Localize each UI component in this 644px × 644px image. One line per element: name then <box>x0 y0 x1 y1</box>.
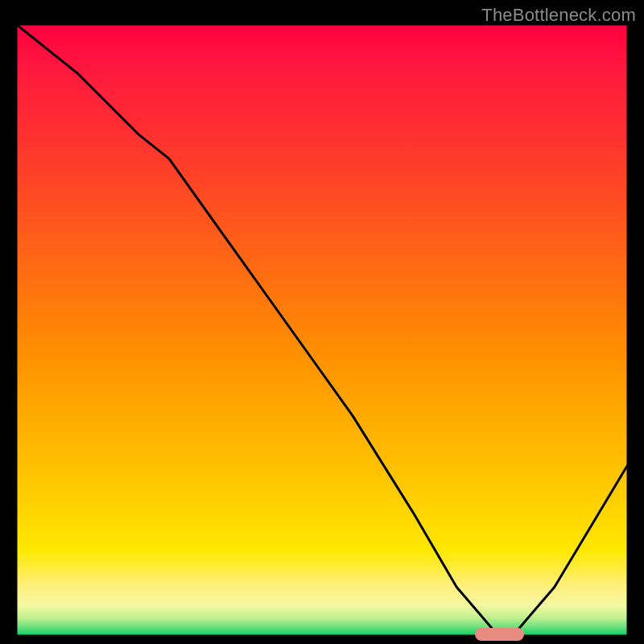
chart-border <box>16 24 628 636</box>
chart-frame <box>16 24 628 636</box>
watermark-text: TheBottleneck.com <box>481 5 636 26</box>
optimal-range-marker <box>475 628 524 641</box>
curve-line <box>16 24 628 630</box>
bottleneck-curve <box>16 24 628 636</box>
